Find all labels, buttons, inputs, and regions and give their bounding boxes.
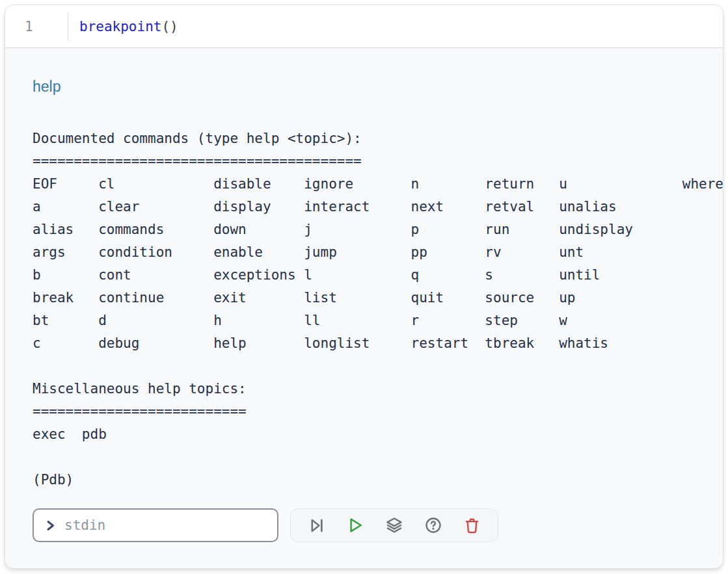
- app-frame: 1 breakpoint() help Documented commands …: [5, 5, 723, 569]
- stack-button[interactable]: [381, 512, 407, 538]
- play-icon: [346, 516, 364, 534]
- trash-icon: [463, 517, 481, 534]
- line-number-gutter: 1: [5, 19, 68, 34]
- step-forward-icon: [308, 517, 325, 534]
- stdin-box[interactable]: [33, 508, 278, 542]
- stdin-echo-text: help: [33, 77, 723, 96]
- layers-icon: [385, 516, 403, 534]
- delete-button[interactable]: [459, 512, 485, 538]
- code-line[interactable]: breakpoint(): [68, 19, 178, 34]
- question-circle-icon: [424, 516, 442, 534]
- io-row: [33, 508, 723, 542]
- terminal-output: Documented commands (type help <topic>):…: [33, 127, 723, 491]
- help-button[interactable]: [420, 512, 446, 538]
- code-function-token: breakpoint: [79, 19, 161, 34]
- debugger-toolbar: [290, 508, 498, 542]
- code-editor: 1 breakpoint(): [5, 5, 723, 48]
- line-number: 1: [25, 19, 33, 34]
- run-button[interactable]: [342, 512, 368, 538]
- step-button[interactable]: [304, 512, 330, 538]
- chevron-right-icon: [44, 519, 57, 532]
- stdin-input[interactable]: [64, 517, 268, 533]
- output-panel: help Documented commands (type help <top…: [5, 48, 723, 568]
- code-parens-token: (): [161, 19, 178, 34]
